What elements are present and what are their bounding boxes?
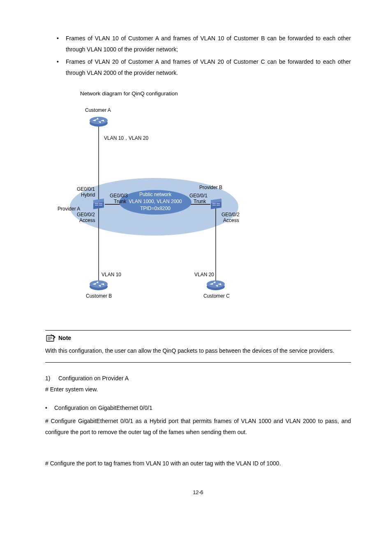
customer-a-router-icon [89, 116, 108, 128]
pb-ge001-label: GE0/0/1 [189, 193, 208, 199]
note-text: With this configuration, the user can al… [45, 345, 351, 356]
bullet-2: Frames of VLAN 20 of Customer A and fram… [57, 56, 351, 78]
svg-point-14 [90, 280, 108, 288]
tpid-label: TPID=0x8200 [125, 205, 186, 212]
network-diagram: Public network VLAN 1000, VLAN 2000 TPID… [51, 104, 240, 310]
step-1-number: 1) [45, 375, 57, 382]
public-network-label: Public network [125, 191, 186, 198]
step-1: 1) Configuration on Provider A [45, 375, 351, 382]
intro-bullets: Frames of VLAN 10 of Customer A and fram… [45, 33, 351, 78]
customer-b-router-icon [89, 279, 108, 292]
svg-point-8 [90, 117, 108, 124]
note-top-rule [45, 330, 351, 331]
sub-bullet-1: Configuration on GigabitEthernet 0/0/1 [45, 402, 351, 414]
pb-ge002-label: GE0/0/2 [221, 212, 240, 217]
svg-point-16 [207, 280, 225, 288]
provider-a-switch-icon [92, 199, 105, 212]
pa-ge003-label: GE0/0/3 [110, 193, 128, 199]
pa-ge002-label: GE0/0/2 [77, 212, 95, 217]
bullet-1: Frames of VLAN 10 of Customer A and fram… [57, 33, 351, 55]
pa-trunk-label: Trunk [114, 199, 126, 204]
note-bottom-rule [45, 362, 351, 363]
step-1-command: # Enter system view. [45, 384, 351, 395]
note-heading: Note [45, 334, 351, 342]
page-number: 12-6 [45, 490, 351, 495]
provider-b-label: Provider B [199, 185, 222, 190]
note-label: Note [58, 335, 71, 341]
provider-b-switch-icon [210, 199, 222, 212]
pa-access-label: Access [79, 217, 95, 223]
pa-ge001-label: GE0/0/1 [77, 186, 95, 192]
note-icon [45, 334, 56, 342]
inner-cloud-text: Public network VLAN 1000, VLAN 2000 TPID… [125, 191, 186, 214]
vlan-range-label: VLAN 1000, VLAN 2000 [125, 198, 186, 205]
sub-bullet-text: # Configure GigabitEthernet 0/0/1 as a H… [45, 416, 351, 437]
pb-trunk-label: Trunk [194, 199, 206, 204]
provider-a-label: Provider A [58, 206, 80, 212]
last-paragraph: # Configure the port to tag frames from … [45, 458, 351, 469]
pb-access-label: Access [223, 217, 239, 223]
customer-c-router-icon [206, 279, 225, 292]
step-1-title: Configuration on Provider A [58, 375, 129, 382]
figure-title: Network diagram for QinQ configuration [80, 90, 351, 97]
sub-bullet-list: Configuration on GigabitEthernet 0/0/1 [45, 402, 351, 414]
pa-hybrid-label: Hybrid [81, 192, 95, 198]
